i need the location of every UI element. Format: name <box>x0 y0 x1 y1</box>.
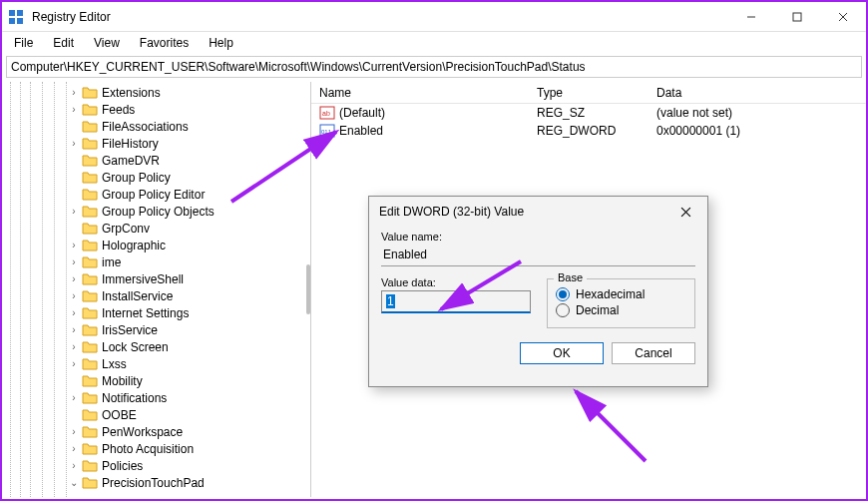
tree-item[interactable]: ›ImmersiveShell <box>68 270 310 287</box>
maximize-button[interactable] <box>774 2 820 32</box>
chevron-right-icon[interactable]: › <box>68 443 80 455</box>
chevron-right-icon[interactable]: › <box>68 392 80 404</box>
tree-item[interactable]: Group Policy Editor <box>68 186 310 203</box>
chevron-right-icon[interactable]: › <box>68 307 80 319</box>
folder-icon <box>82 154 98 168</box>
chevron-right-icon[interactable]: › <box>68 240 80 251</box>
svg-text:ab: ab <box>322 110 330 117</box>
tree-item[interactable]: FileAssociations <box>68 118 310 135</box>
chevron-right-icon[interactable]: › <box>68 290 80 302</box>
value-name-label: Value name: <box>381 231 695 243</box>
svg-rect-1 <box>17 10 23 16</box>
chevron-right-icon[interactable]: › <box>68 324 80 336</box>
tree-item[interactable]: ⌄PrecisionTouchPad <box>68 474 310 491</box>
list-row[interactable]: ab(Default)REG_SZ(value not set) <box>311 104 866 122</box>
tree-item-label: GameDVR <box>102 154 160 168</box>
tree-item-label: Group Policy Editor <box>102 188 205 202</box>
tree-item[interactable]: ›Holographic <box>68 237 310 253</box>
value-data-label: Value data: <box>381 276 531 288</box>
ok-button[interactable]: OK <box>520 342 604 364</box>
menu-file[interactable]: File <box>6 34 41 52</box>
tree-item[interactable]: ›IrisService <box>68 321 310 338</box>
chevron-right-icon[interactable]: › <box>68 104 80 116</box>
folder-icon <box>82 476 98 490</box>
tree-item-label: ime <box>102 255 121 269</box>
folder-icon <box>82 408 98 422</box>
reg-string-icon: ab <box>319 105 335 121</box>
regedit-icon <box>8 9 24 25</box>
tree-item[interactable]: ›PenWorkspace <box>68 423 310 440</box>
col-name[interactable]: Name <box>311 86 529 100</box>
value-name-field[interactable]: Enabled <box>381 245 695 266</box>
base-label: Base <box>554 271 587 283</box>
menu-help[interactable]: Help <box>201 34 241 52</box>
folder-icon <box>82 86 98 100</box>
cancel-button[interactable]: Cancel <box>612 342 695 364</box>
svg-rect-5 <box>793 13 801 21</box>
list-header: Name Type Data <box>311 82 866 104</box>
splitter-handle[interactable] <box>306 264 310 314</box>
tree-item[interactable]: ›Notifications <box>68 389 310 406</box>
minimize-button[interactable] <box>728 2 774 32</box>
folder-icon <box>82 272 98 286</box>
chevron-right-icon[interactable]: › <box>68 426 80 438</box>
tree-item[interactable]: ›Extensions <box>68 84 310 101</box>
close-icon <box>680 207 691 218</box>
tree-item[interactable]: ›FileHistory <box>68 135 310 152</box>
tree-item[interactable]: ›Lock Screen <box>68 338 310 355</box>
edit-dword-dialog: Edit DWORD (32-bit) Value Value name: En… <box>368 196 708 387</box>
menubar: File Edit View Favorites Help <box>2 32 866 54</box>
window-title: Registry Editor <box>32 10 728 24</box>
col-type[interactable]: Type <box>529 86 649 100</box>
tree-item[interactable]: GrpConv <box>68 220 310 237</box>
chevron-right-icon[interactable]: › <box>68 206 80 218</box>
folder-icon <box>82 391 98 405</box>
chevron-right-icon[interactable]: › <box>68 256 80 268</box>
tree-item[interactable]: Group Policy <box>68 169 310 186</box>
address-bar[interactable]: Computer\HKEY_CURRENT_USER\Software\Micr… <box>6 56 862 78</box>
folder-icon <box>82 205 98 219</box>
menu-favorites[interactable]: Favorites <box>132 34 197 52</box>
tree-item-label: Notifications <box>102 391 167 405</box>
radio-decimal[interactable]: Decimal <box>556 303 686 317</box>
tree-item-label: Policies <box>102 459 143 473</box>
list-row[interactable]: 011EnabledREG_DWORD0x00000001 (1) <box>311 122 866 140</box>
tree-item[interactable]: Mobility <box>68 372 310 389</box>
tree-item[interactable]: ›Feeds <box>68 101 310 118</box>
tree-item-label: IrisService <box>102 323 158 337</box>
tree-item[interactable]: ›Policies <box>68 457 310 474</box>
folder-icon <box>82 357 98 371</box>
chevron-right-icon[interactable]: › <box>68 460 80 472</box>
radio-hexadecimal[interactable]: Hexadecimal <box>556 287 686 301</box>
chevron-down-icon[interactable]: ⌄ <box>68 477 80 489</box>
tree-item[interactable]: OOBE <box>68 406 310 423</box>
chevron-right-icon[interactable]: › <box>68 341 80 353</box>
svg-rect-3 <box>17 18 23 24</box>
value-type: REG_DWORD <box>529 124 649 138</box>
tree-item[interactable]: ›Group Policy Objects <box>68 203 310 220</box>
chevron-right-icon[interactable]: › <box>68 138 80 150</box>
folder-icon <box>82 323 98 337</box>
tree-item[interactable]: ›Internet Settings <box>68 304 310 321</box>
tree-item[interactable]: ›InstallService <box>68 287 310 304</box>
menu-view[interactable]: View <box>86 34 128 52</box>
tree-item[interactable]: ›Photo Acquisition <box>68 440 310 457</box>
folder-icon <box>82 239 98 252</box>
chevron-right-icon[interactable]: › <box>68 273 80 285</box>
col-data[interactable]: Data <box>649 86 866 100</box>
chevron-right-icon[interactable]: › <box>68 358 80 370</box>
tree-item[interactable]: ›ime <box>68 253 310 270</box>
dialog-close-button[interactable] <box>673 200 697 224</box>
svg-rect-2 <box>9 18 15 24</box>
close-button[interactable] <box>820 2 866 32</box>
tree-item-label: FileAssociations <box>102 120 189 134</box>
folder-icon <box>82 137 98 151</box>
tree-item-label: Feeds <box>102 103 135 117</box>
value-data-input[interactable]: 1 <box>381 290 531 313</box>
chevron-right-icon[interactable]: › <box>68 87 80 99</box>
menu-edit[interactable]: Edit <box>45 34 82 52</box>
tree-item[interactable]: GameDVR <box>68 152 310 169</box>
tree-item-label: PrecisionTouchPad <box>102 476 205 490</box>
tree-item[interactable]: ›Lxss <box>68 355 310 372</box>
dialog-title: Edit DWORD (32-bit) Value <box>379 205 524 219</box>
